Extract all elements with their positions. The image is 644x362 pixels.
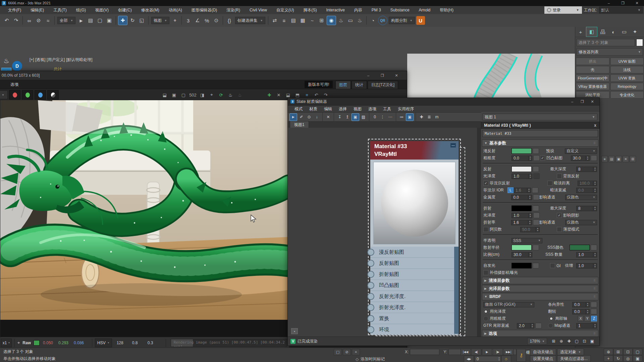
auto-key-button[interactable]: 自动关键点 (530, 349, 556, 355)
material-node[interactable]: Material #33 VRayMtl — 漫反射贴图反射贴图折射贴图凹凸贴图… (370, 141, 459, 334)
x-coordinate-field[interactable] (410, 349, 439, 355)
layer-manager-icon[interactable]: ▤ (289, 16, 298, 25)
plugin-logo-icon[interactable]: D (12, 61, 22, 71)
affect-shadows-checkbox[interactable]: ✓影响阴影 (557, 213, 597, 218)
object-name-field[interactable]: 选择了 3 个 对象 (577, 39, 635, 46)
anisotropy-map-button[interactable] (591, 302, 597, 307)
u-plugin-icon[interactable]: U (416, 16, 425, 25)
slate-menu-2[interactable]: 编辑 (321, 105, 335, 113)
selfillum-map-button[interactable] (533, 263, 539, 268)
slot-socket-icon[interactable] (367, 249, 374, 256)
map-channel-spinner[interactable]: 1▲▼ (576, 323, 597, 328)
refresh-render-icon[interactable]: ⟳ (217, 91, 225, 99)
layout-tool-icon[interactable]: ⊞ (550, 338, 557, 345)
add-time-tag[interactable]: ◇ 添加时间标记 (356, 356, 385, 362)
green-channel-toggle[interactable] (22, 90, 33, 100)
modifier-button-2[interactable]: 壳 (576, 66, 609, 73)
translucency-dropdown[interactable]: SSS▼ (512, 238, 542, 243)
zoom-tool-icon[interactable]: ⊕ (558, 338, 565, 345)
object-color-swatch[interactable] (636, 39, 643, 46)
redo-icon[interactable]: ↷ (12, 16, 20, 25)
menu-7[interactable]: 动画(A) (164, 6, 187, 14)
zoom-region-tool-icon[interactable]: ▢ (573, 338, 580, 345)
node-list-icon[interactable]: ≣ (426, 114, 433, 121)
lock-icon[interactable]: ▪ (291, 328, 298, 334)
close-icon[interactable]: x (594, 123, 596, 128)
zoom-extents-tool-icon[interactable]: ⊡ (581, 338, 588, 345)
utilities-tab-icon[interactable]: ✦ (630, 27, 640, 37)
menu-3[interactable]: 组(G) (71, 6, 91, 14)
fog-color-swatch[interactable] (512, 245, 532, 250)
render-production-icon[interactable]: ♨ (356, 16, 364, 25)
refract-affect-dropdown[interactable]: 仅颜色▼ (565, 220, 597, 225)
rotation-map-button[interactable] (591, 309, 597, 314)
ior-map-button[interactable] (533, 220, 539, 225)
menu-6[interactable]: 修改器(M) (137, 6, 164, 14)
anisotropy-spinner[interactable]: 0.0▲▼ (572, 302, 590, 307)
multiplier-spinner[interactable]: 1.0▲▼ (576, 263, 597, 268)
ior-spinner[interactable]: 1.6▲▼ (511, 220, 532, 225)
vfb-minimize-button[interactable]: – (361, 72, 375, 78)
menu-15[interactable]: PM 3 (367, 6, 386, 14)
slate-close-button[interactable]: ✕ (587, 98, 597, 105)
select-and-move-icon[interactable]: ✚ (118, 16, 127, 25)
vfb-options-menu[interactable]: 选项 (0, 82, 18, 87)
vfb-alpha-toggle[interactable] (47, 90, 59, 100)
preset-dropdown[interactable]: 自定义▼ (565, 148, 597, 154)
maximize-viewport-icon[interactable]: ▣ (633, 355, 642, 362)
modifier-button-1[interactable]: UVW 贴图 (610, 58, 644, 65)
bind-to-spacewarp-icon[interactable]: ≈ (44, 16, 52, 25)
show-end-result-icon[interactable]: ▨ (360, 114, 367, 121)
menu-12[interactable]: 脚本(S) (299, 6, 321, 14)
isolate-selection-icon[interactable]: ▢ (334, 349, 342, 355)
refract-gloss-map-button[interactable] (533, 213, 540, 218)
slate-node-view[interactable]: Material #33 VRayMtl — 漫反射贴图反射贴图折射贴图凹凸贴图… (288, 128, 477, 337)
node-slot-2[interactable]: 折射贴图 (370, 268, 459, 280)
node-slot-3[interactable]: 凹凸贴图 (370, 280, 459, 291)
material-name-field[interactable]: Material #33 (482, 130, 598, 137)
key-filters-button[interactable]: 关键点过滤器... (557, 355, 591, 362)
menu-18[interactable]: 帮助(H) (435, 6, 458, 14)
hide-unused-slots-icon[interactable]: ≔ (398, 114, 405, 121)
rollout-BRDF[interactable]: ▼BRDF⠿ (482, 293, 598, 300)
vfb-maximize-button[interactable]: ❐ (375, 72, 389, 78)
remove-modifier-icon[interactable]: ✕ (623, 156, 629, 162)
badge-502[interactable]: 502 (189, 91, 197, 99)
menu-0[interactable]: 文件(F) (3, 6, 26, 14)
make-unique-icon[interactable]: ▣ (615, 156, 622, 162)
bump-map-button[interactable] (591, 155, 597, 161)
reference-coordinate-dropdown[interactable]: 视图▼ (151, 17, 169, 24)
roughness-spinner[interactable]: 0.0▲▼ (512, 156, 532, 161)
modifier-button-9[interactable]: 专业优化 (610, 91, 644, 99)
window-crossing-icon[interactable]: ▣ (105, 16, 114, 25)
rollout-选项[interactable]: ▶选项⠿ (482, 330, 598, 337)
undo-icon[interactable]: ↶ (2, 16, 11, 25)
reflect-depth-spinner[interactable]: 8▲▼ (576, 167, 597, 172)
current-frame-spinner[interactable]: 0 ▲▼ (475, 356, 501, 362)
menu-8[interactable]: 图形编辑器(D) (187, 6, 222, 14)
bitmap-filter-icon[interactable]: m (433, 114, 440, 121)
angle-snap-icon[interactable]: ∠ (193, 16, 202, 25)
fresnel-ior-lock-button[interactable]: L (507, 187, 514, 193)
pan-tool-icon[interactable]: ✚ (566, 338, 573, 345)
absolute-mode-icon[interactable]: ⌖ (352, 349, 360, 355)
fresnel-ior-map-button[interactable] (532, 187, 538, 193)
reflect-gloss-map-button[interactable] (533, 173, 540, 179)
refract-gloss-spinner[interactable]: 1.0▲▼ (512, 213, 532, 218)
rollout-光泽层参数[interactable]: ▶光泽层参数⠿ (482, 285, 598, 292)
slate-maximize-button[interactable]: ❐ (577, 98, 587, 105)
slate-menu-0[interactable]: 模式 (291, 105, 306, 113)
bump-checkbox[interactable]: ✓凹凸贴图 (540, 155, 571, 161)
abbe-spinner[interactable]: 50.0▲▼ (520, 227, 540, 232)
select-to-view-icon[interactable]: ▣ (406, 113, 414, 121)
prev-frame-button[interactable]: ◀| (471, 349, 481, 355)
menu-4[interactable]: 视图(V) (91, 6, 113, 14)
view1-tab[interactable]: 视图1 (290, 121, 309, 128)
unlink-selection-icon[interactable]: ⊘ (34, 16, 43, 25)
camera-exposure-checkbox[interactable]: 补偿摄影机曝光 (483, 270, 518, 276)
pin-stack-icon[interactable]: ∗ (601, 156, 608, 162)
axis-y-button[interactable]: Y (584, 316, 590, 321)
slot-socket-icon[interactable] (367, 304, 374, 311)
curve-editor-icon[interactable]: ~ (308, 16, 317, 25)
rollout-清漆层参数[interactable]: ▶清漆层参数⠿ (482, 277, 598, 284)
